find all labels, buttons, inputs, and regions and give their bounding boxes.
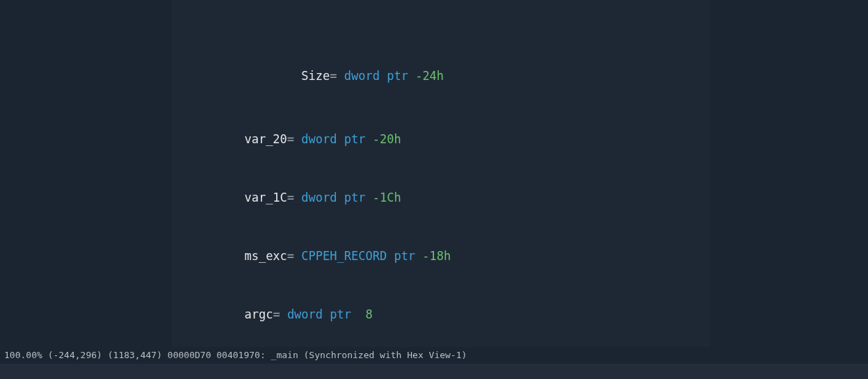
var-decl-row: ms_exc= CPPEH_RECORD ptr -18h <box>172 227 710 246</box>
bottom-strip <box>0 364 868 379</box>
disassembly-view[interactable]: Size= dword ptr -24h var_20= dword ptr -… <box>172 0 710 347</box>
zoom-percent: 100.00% <box>4 350 42 360</box>
status-bar: 100.00% (-244,296) (1183,447) 00000D70 0… <box>0 347 868 364</box>
file-offset: 00000D70 <box>168 350 211 360</box>
var-decl-row: var_20= dword ptr -20h <box>172 110 710 129</box>
function-name: _main <box>271 350 298 360</box>
view-dims: (1183,447) <box>108 350 162 360</box>
scroll-coords: (-244,296) <box>48 350 102 360</box>
app-frame: Size= dword ptr -24h var_20= dword ptr -… <box>0 0 868 379</box>
virtual-address: 00401970: <box>216 350 265 360</box>
var-decl-row: Size= dword ptr -24h <box>172 58 710 71</box>
sync-note: (Synchronized with Hex View-1) <box>304 350 467 360</box>
var-decl-row: var_1C= dword ptr -1Ch <box>172 168 710 188</box>
var-decl-row: argc= dword ptr 8 <box>172 285 710 305</box>
